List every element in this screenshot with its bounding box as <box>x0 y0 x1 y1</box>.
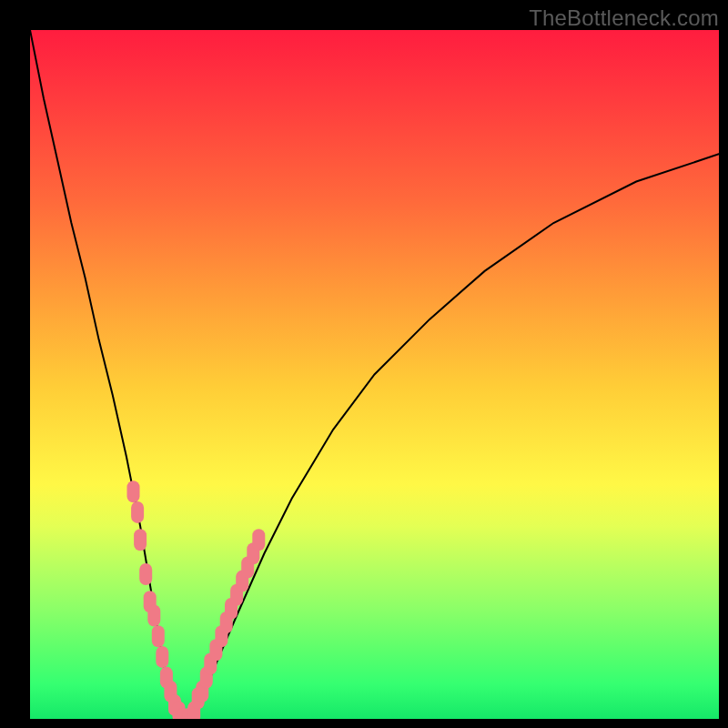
highlight-marker <box>134 529 147 551</box>
highlight-marker <box>252 529 265 551</box>
highlight-marker <box>147 605 160 627</box>
highlight-marker <box>131 501 144 523</box>
highlight-marker <box>152 625 165 647</box>
chart-plot-area <box>30 30 719 719</box>
chart-svg <box>30 30 719 719</box>
bottleneck-curve <box>30 30 719 719</box>
highlight-marker <box>139 563 152 585</box>
watermark-text: TheBottleneck.com <box>529 5 719 31</box>
highlight-marker <box>156 646 168 668</box>
highlight-marker <box>127 480 140 502</box>
